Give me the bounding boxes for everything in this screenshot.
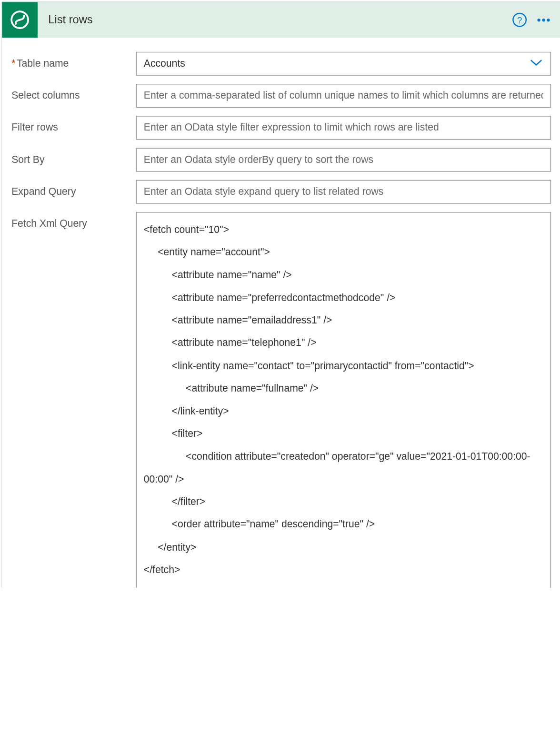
sort-by-input[interactable]	[136, 148, 551, 172]
filter-rows-input[interactable]	[136, 116, 551, 140]
label-expand-query: Expand Query	[11, 180, 136, 198]
label-sort-by: Sort By	[11, 148, 136, 166]
dataverse-icon	[2, 2, 38, 38]
label-fetch-xml-query: Fetch Xml Query	[11, 212, 136, 230]
card-header: List rows ?	[2, 2, 560, 38]
label-filter-rows: Filter rows	[11, 116, 136, 133]
label-table-name: *Table name	[11, 52, 136, 70]
form-body: *Table name Accounts Select columns Filt…	[2, 38, 560, 588]
table-name-select[interactable]: Accounts	[136, 52, 551, 76]
row-filter-rows: Filter rows	[11, 116, 551, 140]
fetch-xml-query-input[interactable]: <fetch count="10"> <entity name="account…	[136, 212, 551, 588]
expand-query-input[interactable]	[136, 180, 551, 204]
more-icon[interactable]	[537, 18, 550, 21]
select-columns-input[interactable]	[136, 84, 551, 108]
row-table-name: *Table name Accounts	[11, 52, 551, 76]
help-icon[interactable]: ?	[512, 13, 527, 27]
label-select-columns: Select columns	[11, 84, 136, 101]
row-expand-query: Expand Query	[11, 180, 551, 204]
row-sort-by: Sort By	[11, 148, 551, 172]
action-card: List rows ? *Table name Accounts Select …	[1, 1, 560, 588]
row-fetch-xml-query: Fetch Xml Query <fetch count="10"> <enti…	[11, 212, 551, 588]
row-select-columns: Select columns	[11, 84, 551, 108]
card-title: List rows	[38, 13, 512, 26]
